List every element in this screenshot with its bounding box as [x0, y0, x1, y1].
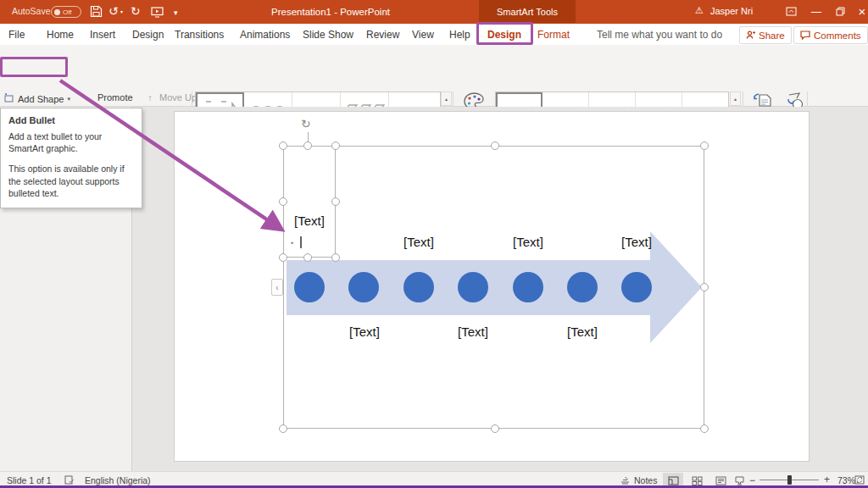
- text-placeholder-below-1[interactable]: [Text]: [339, 324, 390, 339]
- tell-me-input[interactable]: Tell me what you want to do: [597, 24, 722, 45]
- user-name[interactable]: Jasper Nri: [710, 6, 753, 16]
- comments-button[interactable]: Comments: [793, 26, 868, 44]
- autosave-label: AutoSave: [12, 6, 51, 16]
- layouts-scroll-up-button[interactable]: ▴: [441, 92, 452, 106]
- tab-animations[interactable]: Animations: [240, 24, 290, 45]
- ribbon: Add Shape ▾ Add Bullet Text Pane ← Promo…: [0, 45, 868, 107]
- tab-insert[interactable]: Insert: [90, 24, 115, 45]
- redo-icon[interactable]: ↻: [131, 5, 141, 17]
- rotation-handle-stem: [308, 132, 309, 141]
- text-placeholder-below-3[interactable]: [Text]: [557, 324, 608, 339]
- autosave-toggle-knob: [54, 9, 60, 15]
- comments-label: Comments: [814, 30, 861, 41]
- undo-icon[interactable]: ↺: [108, 5, 119, 17]
- selection-handle[interactable]: [279, 424, 287, 433]
- notes-button[interactable]: Notes: [634, 475, 657, 485]
- share-button[interactable]: Share: [739, 26, 792, 44]
- smartart-circle-1[interactable]: [294, 272, 325, 302]
- tab-smartart-format[interactable]: Format: [537, 24, 570, 45]
- tab-transitions[interactable]: Transitions: [175, 24, 224, 45]
- promote-button[interactable]: ← Promote: [82, 92, 133, 103]
- tab-view[interactable]: View: [412, 24, 434, 45]
- tooltip-paragraph-1: Add a text bullet to your SmartArt graph…: [8, 130, 134, 154]
- styles-scroll-up-button[interactable]: ▴: [730, 92, 741, 106]
- close-button[interactable]: ×: [849, 0, 868, 23]
- selection-handle[interactable]: [279, 197, 287, 206]
- text-placeholder-above-2[interactable]: [Text]: [503, 235, 554, 249]
- move-up-icon: ↑: [144, 92, 156, 103]
- selection-handle[interactable]: [700, 141, 709, 150]
- annotation-box-design-tab: [476, 22, 533, 45]
- zoom-out-button[interactable]: −: [749, 474, 755, 486]
- tooltip-paragraph-2: This option is available only if the sel…: [8, 163, 134, 199]
- selection-handle[interactable]: [700, 283, 709, 291]
- text-placeholder-below-2[interactable]: [Text]: [448, 324, 498, 339]
- autosave-toggle[interactable]: Off: [51, 6, 81, 18]
- add-shape-icon: [3, 92, 14, 105]
- tab-home[interactable]: Home: [47, 24, 74, 45]
- smartart-circle-7[interactable]: [621, 272, 652, 302]
- share-icon: [746, 30, 755, 40]
- smartart-circle-6[interactable]: [567, 272, 598, 302]
- customize-quick-access-icon[interactable]: ▾: [174, 7, 178, 19]
- comments-icon: [800, 30, 810, 40]
- selection-handle[interactable]: [303, 141, 312, 150]
- add-bullet-tooltip: Add Bullet Add a text bullet to your Sma…: [0, 108, 142, 208]
- ribbon-tab-row: File Home Insert Design Transitions Anim…: [0, 24, 868, 45]
- smartart-circle-2[interactable]: [348, 272, 379, 302]
- save-icon[interactable]: [90, 5, 103, 21]
- smartart-circle-3[interactable]: [403, 272, 434, 302]
- autosave-state: Off: [63, 8, 72, 16]
- title-bar: AutoSave Off ↺ ▾ ↻ ▾ Presentation1 - Pow…: [0, 0, 868, 24]
- share-label: Share: [759, 30, 785, 41]
- ribbon-display-options-icon[interactable]: [778, 0, 804, 23]
- undo-dropdown-icon[interactable]: ▾: [120, 8, 123, 14]
- selection-handle[interactable]: [491, 424, 499, 433]
- text-cursor: |: [299, 234, 303, 248]
- rotation-handle-icon[interactable]: ↻: [301, 117, 311, 130]
- add-shape-dropdown-icon: ▾: [67, 96, 70, 103]
- selection-handle[interactable]: [700, 424, 709, 433]
- tooltip-title: Add Bullet: [8, 115, 134, 125]
- tab-file[interactable]: File: [8, 24, 25, 45]
- add-shape-button[interactable]: Add Shape ▾: [3, 92, 70, 105]
- smartart-circle-5[interactable]: [513, 272, 543, 302]
- tab-slide-show[interactable]: Slide Show: [303, 24, 353, 45]
- bullet-marker: •: [291, 239, 293, 247]
- text-placeholder-above-1[interactable]: [Text]: [393, 235, 444, 249]
- zoom-slider-thumb[interactable]: [787, 475, 792, 485]
- selection-handle[interactable]: [331, 141, 340, 150]
- slide-indicator[interactable]: Slide 1 of 1: [7, 475, 52, 485]
- account-warning-icon: ⚠: [695, 5, 704, 16]
- selection-handle[interactable]: [331, 253, 340, 262]
- window-title: Presentation1 - PowerPoint: [237, 0, 424, 23]
- start-slideshow-icon[interactable]: [151, 6, 164, 21]
- contextual-tab-header: SmartArt Tools: [479, 0, 576, 23]
- tab-review[interactable]: Review: [366, 24, 399, 45]
- selection-handle[interactable]: [279, 141, 287, 150]
- text-pane-toggle-button[interactable]: ‹: [271, 279, 283, 296]
- promote-icon: ←: [82, 92, 94, 103]
- smartart-circle-4[interactable]: [458, 272, 488, 302]
- tab-design[interactable]: Design: [132, 24, 164, 45]
- selection-handle[interactable]: [279, 253, 287, 262]
- text-placeholder-above-3[interactable]: [Text]: [611, 235, 662, 249]
- tab-help[interactable]: Help: [449, 24, 470, 45]
- selection-handle[interactable]: [303, 253, 312, 262]
- annotation-box-add-bullet: [0, 57, 68, 77]
- selection-handle[interactable]: [491, 141, 499, 150]
- zoom-level[interactable]: 73%: [837, 475, 855, 485]
- zoom-in-button[interactable]: +: [824, 474, 830, 485]
- selection-handle[interactable]: [331, 197, 340, 206]
- minimize-button[interactable]: —: [804, 0, 829, 23]
- text-placeholder-selected[interactable]: [Text]: [283, 214, 336, 228]
- language-indicator[interactable]: English (Nigeria): [85, 475, 151, 485]
- move-up-button: ↑ Move Up: [144, 92, 197, 103]
